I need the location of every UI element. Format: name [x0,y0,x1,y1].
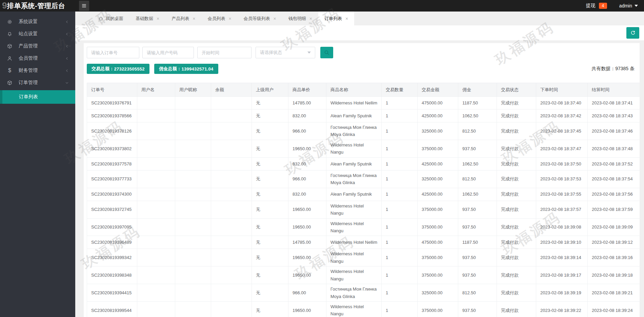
status-select[interactable]: 请选择状态 [256,47,315,58]
cell-unit_price: 19650.00 [288,201,326,218]
cube-icon [7,43,13,49]
cell-balance [211,218,252,236]
cell-order_time: 2023-02-08 18:39:19 [536,284,588,302]
close-icon[interactable]: × [345,16,348,21]
cell-quantity: 1 [382,302,418,317]
cell-quantity: 1 [382,140,418,157]
cell-status: 完成付款 [497,122,536,140]
chevron-down-icon [65,81,69,85]
cell-order_time: 2023-02-08 18:39:14 [536,249,588,266]
sidebar-item-3[interactable]: 会员管理 [0,52,75,64]
brand-area: 9 排单系统-管理后台 [0,0,75,12]
tab-5[interactable]: 钱包明细× [282,12,318,25]
trade-total-label: 交易总额： [92,66,114,72]
cell-status: 完成付款 [497,218,536,236]
search-button[interactable] [320,47,333,58]
cell-amount: 475000.00 [418,97,458,110]
tab-3[interactable]: 会员列表× [201,12,237,25]
start-time-input[interactable] [197,47,251,58]
bell-icon [7,31,13,37]
table-row: SC23020819398348无19650.00Wilderness Hote… [87,266,640,284]
withdraw-label: 提现 [586,3,596,9]
cell-status: 完成付款 [497,170,536,188]
cell-order_no: SC23020819394415 [87,284,137,302]
tab-0[interactable]: 我的桌面 [92,12,129,25]
cell-unit_price: 19650.00 [288,266,326,284]
sidebar-item-1[interactable]: 站点设置 [0,28,75,40]
cell-unit_price: 19650.00 [288,302,326,317]
cell-order_time: 2023-02-08 18:39:22 [536,302,588,317]
sidebar-item-0[interactable]: 系统设置 [0,16,75,28]
sidebar-subitem-5-0[interactable]: 订单列表 [0,90,75,104]
tab-4[interactable]: 会员等级列表× [238,12,282,25]
tab-bar: 我的桌面基础数据×产品列表×会员列表×会员等级列表×钱包明细×订单列表× [75,12,644,25]
close-icon[interactable]: × [274,16,276,21]
cell-order_no: SC23020819396489 [87,236,137,249]
cell-settle_time: 2023-02-08 18:39:21 [588,284,640,302]
cell-commission: 937.50 [458,140,497,157]
close-icon[interactable]: × [157,16,159,21]
sidebar-toggle-button[interactable] [79,1,89,11]
close-icon[interactable]: × [193,16,195,21]
sidebar-item-label: 站点设置 [19,31,38,37]
cell-product_name: Wilderness Hotel Nellim [326,97,382,110]
cell-commission: 1062.50 [458,110,497,122]
header-nickname: 用户昵称 [175,83,211,97]
username: admin [619,3,632,8]
cell-order_time: 2023-02-08 18:37:55 [536,188,588,201]
sidebar-item-label: 财务管理 [19,67,38,74]
cell-order_time: 2023-02-08 18:37:42 [536,110,588,122]
chevron-left-icon [65,56,69,61]
cell-amount: 425000.00 [418,188,458,201]
cell-amount: 325000.00 [418,284,458,302]
table-header-row: 订单号用户名用户昵称余额上级用户商品单价商品名称交易数量交易金额佣金交易状态下单… [87,83,640,97]
cell-order_time: 2023-02-08 18:37:57 [536,201,588,218]
cell-product_name: Wilderness Hotel Nangu [326,266,382,284]
commission-total-badge: 佣金总额： 1399432571.04 [154,64,218,74]
refresh-button[interactable] [626,27,639,39]
close-icon[interactable]: × [309,16,312,21]
cell-parent_user: 无 [252,302,288,317]
cell-nickname [175,249,211,266]
table-row: SC23020819378126无966.00Гостиница Моя Гли… [87,122,640,140]
cell-nickname [175,157,211,170]
tab-label: 产品列表 [172,16,189,22]
tab-2[interactable]: 产品列表× [165,12,201,25]
order-no-input[interactable] [87,47,139,58]
sidebar-item-2[interactable]: 产品管理 [0,40,75,52]
withdraw-menu[interactable]: 提现 4 [586,3,607,9]
sidebar-item-4[interactable]: $财务管理 [0,64,75,77]
cell-status: 完成付款 [497,236,536,249]
user-no-input[interactable] [142,47,194,58]
cell-nickname [175,97,211,110]
cell-order_time: 2023-02-08 18:37:45 [536,122,588,140]
header-unit_price: 商品单价 [288,83,326,97]
cell-balance [211,236,252,249]
sidebar-item-5[interactable]: 订单管理 [0,77,75,89]
withdraw-count-badge: 4 [599,3,607,9]
cell-parent_user: 无 [252,188,288,201]
chevron-left-icon [65,20,69,24]
cell-amount: 425000.00 [418,110,458,122]
tab-1[interactable]: 基础数据× [129,12,165,25]
cell-status: 完成付款 [497,201,536,218]
header-settle_time: 结算时间 [588,83,640,97]
hamburger-icon [81,3,87,9]
close-icon[interactable]: × [228,16,231,21]
cell-status: 完成付款 [497,188,536,201]
sidebar: 系统设置站点设置产品管理会员管理$财务管理订单管理订单列表 [0,12,75,317]
cell-unit_price: 832.00 [288,188,326,201]
tab-6[interactable]: 订单列表× [318,12,354,25]
user-menu[interactable]: admin [619,3,638,8]
home-icon [98,16,103,21]
tab-label: 基础数据 [136,16,153,22]
tab-label: 会员等级列表 [244,16,270,22]
header-amount: 交易金额 [418,83,458,97]
cell-quantity: 1 [382,188,418,201]
cell-order_no: SC23020819399544 [87,302,137,317]
table-row: SC23020819376791无14785.00Wilderness Hote… [87,97,640,110]
header-parent_user: 上级用户 [252,83,288,97]
cell-status: 完成付款 [497,97,536,110]
header-commission: 佣金 [458,83,497,97]
cell-parent_user: 无 [252,157,288,170]
